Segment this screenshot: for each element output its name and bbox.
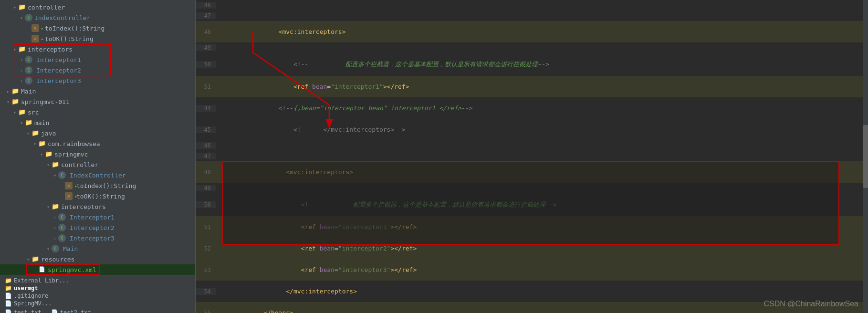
tree-item-took-1[interactable]: m ▸ toOK():String [0,33,195,44]
line-content: <!-- </mvc:interceptors>--> [222,119,868,140]
tree-item-interceptor2-1[interactable]: › C Interceptor2 [0,65,195,75]
tree-item-com-rainbowsea[interactable]: ▾ 📁 com.rainbowsea [0,138,195,149]
tree-label: toIndex():String [45,25,105,32]
tree-label: src [28,109,39,116]
line-number: 49 [196,185,216,191]
xml-file-icon: 📄 [38,266,46,273]
tree-item-main-2[interactable]: ▾ 📁 main [0,117,195,128]
tree-item-interceptor1-1[interactable]: › C Interceptor1 [0,54,195,65]
test2txt-label: test2.txt [60,309,91,313]
line-number: 47 [196,12,216,19]
java-class-icon: C [25,14,32,21]
line-content: <ref bean="interceptor3"></ref> [222,259,868,281]
tree-item-java[interactable]: ▾ 📁 java [0,128,195,138]
tree-arrow: ▾ [25,131,31,136]
tree-item-controller[interactable]: ▾ 📁 controller [0,2,195,12]
line-number: 47 [196,153,216,159]
tree-item-indexcontroller-2[interactable]: ▾ C IndexController [0,170,195,180]
code-line-48b: 48 <mvc:interceptors> [196,161,868,183]
tree-item-interceptors-1[interactable]: ▾ 📁 interceptors [0,44,195,54]
tree-label: IndexController [70,172,125,179]
tree-item-interceptor3-2[interactable]: › C Interceptor3 [0,233,195,243]
springmv-label: SpringMV... [14,300,52,307]
line-number: 44 [196,105,216,112]
testtxt-label: test.txt [14,309,42,313]
tree-label: IndexController [34,14,90,21]
tree-arrow: ▾ [45,246,52,251]
java-class-icon: C [58,224,66,231]
method-icon: m [31,24,39,32]
line-number: 50 [196,201,216,208]
external-libs-item[interactable]: 📁 External Libr... [4,277,191,284]
usermgt-label: usermgt [14,285,38,292]
folder-icon: 📁 [18,3,26,11]
tree-label: Main [21,88,36,95]
tree-item-interceptor1-2[interactable]: › C Interceptor1 [0,212,195,222]
tree-item-resources[interactable]: ▾ 📁 resources [0,254,195,264]
gitignore-item[interactable]: 📄 .gitignore [4,292,191,299]
line-content: <ref bean="interceptor1"></ref> [222,76,868,97]
tree-item-indexcontroller-1[interactable]: ▾ C IndexController [0,12,195,23]
tree-item-interceptors-2[interactable]: ▾ 📁 interceptors [0,201,195,212]
code-line-54: 54 </mvc:interceptors> [196,281,868,302]
tree-item-src[interactable]: ▾ 📁 src [0,107,195,117]
tree-arrow: ▾ [31,141,38,146]
folder-icon: 📁 [45,150,52,158]
springmv-item[interactable]: 📄 SpringMV... [4,300,191,307]
tree-item-controller-2[interactable]: ▾ 📁 controller [0,159,195,170]
line-content: </mvc:interceptors> [222,281,868,302]
tree-label: java [41,130,56,137]
line-content: <ref bean="interceptor2"></ref> [222,238,868,259]
tree-arrow: ▾ [11,47,18,52]
tree-item-toindex-2[interactable]: m ▸ toIndex():String [0,180,195,191]
line-number: 48 [196,29,216,35]
tree-item-main-1[interactable]: ▸ 📁 Main [0,86,195,96]
tree-arrow: › [18,68,25,73]
code-content: 46 47 48 <mvc:interceptors> 49 [196,0,868,313]
code-line-50: 50 <!-- 配置多个拦截器，这个是基本配置，默认是所有请求都会进行拦截处理-… [196,53,868,76]
folder-icon: 📁 [5,277,12,284]
folder-icon: 📁 [5,285,12,292]
tree-item-took-2[interactable]: m ▸ toOK():String [0,191,195,201]
tree-arrow: ▾ [52,173,58,178]
tree-item-interceptor3-1[interactable]: › C Interceptor3 [0,75,195,86]
tree-item-toindex-1[interactable]: m ▸ toIndex():String [0,23,195,33]
tree-label: toOK():String [76,193,125,200]
gitignore-label: .gitignore [14,292,48,299]
java-class-icon: C [25,66,32,74]
line-number: 51 [196,224,216,230]
tree-label: Interceptor1 [70,214,115,221]
tree-label: springmvc.xml [48,266,96,273]
usermgt-item[interactable]: 📁 usermgt [4,285,191,292]
tree-item-springmvc-xml[interactable]: 📄 springmvc.xml [0,264,195,275]
vertical-scrollbar[interactable] [863,0,868,313]
tree-arrow: ▾ [11,5,18,10]
tree-arrow: ▾ [18,120,25,125]
method-icon: m [65,182,73,189]
code-editor[interactable]: 46 47 48 <mvc:interceptors> 49 [196,0,868,313]
line-number: 46 [196,142,216,149]
line-number: 48 [196,169,216,176]
testtxt-item[interactable]: 📄 test.txt [4,308,42,313]
line-number: 55 [196,310,216,313]
line-content: <!-- 配置多个拦截器，这个是基本配置，默认是所有请求都会进行拦截处理--> [222,193,868,216]
folder-icon: 📁 [38,140,46,147]
code-line-44-comment: 44 <!--{,bean="interceptor bean" interce… [196,97,868,119]
external-libs-label: External Libr... [14,277,69,284]
method-icon: m [65,192,73,200]
line-number: 46 [196,2,216,9]
project-tree[interactable]: ▾ 📁 controller ▾ C IndexController m ▸ t… [0,0,195,275]
tree-label: Interceptor2 [36,67,81,74]
tree-item-main-class[interactable]: ▾ C Main [0,243,195,254]
tree-item-springmvc[interactable]: ▾ 📁 springmvc [0,149,195,159]
tree-label: interceptors [61,203,106,210]
line-content: <ref bean="interceptor1"></ref> [222,216,868,238]
tree-label: Interceptor3 [70,235,115,242]
tree-item-springmvc011[interactable]: ▾ 📁 springmvc-011 [0,96,195,107]
tree-label: Main [63,245,78,252]
code-line-50b: 50 <!-- 配置多个拦截器，这个是基本配置，默认是所有请求都会进行拦截处理-… [196,193,868,216]
scrollbar-thumb[interactable] [863,125,868,188]
tree-item-interceptor2-2[interactable]: › C Interceptor2 [0,222,195,233]
tree-label: main [34,119,49,126]
test2txt-item[interactable]: 📄 test2.txt [50,308,92,313]
